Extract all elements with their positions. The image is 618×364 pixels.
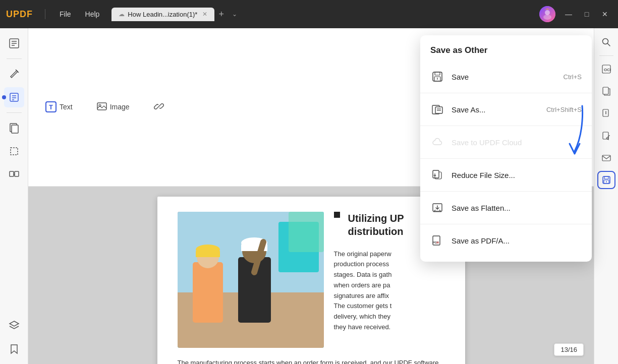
pdf-image: [178, 212, 324, 348]
svg-rect-33: [289, 212, 324, 252]
toolbar-link-button[interactable]: [147, 98, 171, 116]
sidebar-edit-icon[interactable]: [4, 87, 24, 107]
image-icon: [97, 101, 107, 113]
tab-label: How Leadin...ization(1)*: [128, 11, 197, 18]
sidebar-bookmark-icon[interactable]: [4, 339, 24, 359]
sidebar-annotate-icon[interactable]: [4, 64, 24, 84]
save-icon: [430, 70, 444, 84]
save-label: Save: [452, 73, 556, 81]
user-avatar[interactable]: [539, 6, 555, 22]
sidebar-layers-icon[interactable]: [4, 316, 24, 336]
pdf-bottom: The manufacturing process starts when an…: [178, 358, 445, 365]
svg-rect-17: [97, 103, 106, 110]
right-share-icon[interactable]: [597, 127, 615, 145]
sidebar-divider-2: [7, 112, 22, 113]
sidebar-pages-icon[interactable]: [4, 118, 24, 138]
right-save-icon[interactable]: [597, 171, 615, 189]
svg-rect-38: [603, 87, 608, 94]
tab-overflow-button[interactable]: ⌄: [228, 11, 241, 18]
right-divider-1: [599, 55, 613, 56]
nav-file[interactable]: File: [53, 8, 77, 20]
tab-cloud-icon: ☁: [119, 11, 125, 18]
sidebar-combine-icon[interactable]: [4, 164, 24, 185]
active-indicator: [2, 95, 6, 99]
toolbar-image-button[interactable]: Image: [90, 98, 137, 116]
toolbar-text-button[interactable]: T Text: [38, 98, 80, 115]
separator: [45, 9, 45, 19]
svg-rect-41: [603, 132, 608, 139]
svg-rect-15: [10, 171, 14, 176]
left-sidebar: [0, 28, 28, 364]
close-button[interactable]: ✕: [598, 7, 612, 21]
titlebar-nav: File Help: [53, 8, 105, 20]
flatten-icon: [430, 201, 444, 215]
sidebar-crop-icon[interactable]: [4, 141, 24, 161]
save-option-save[interactable]: Save Ctrl+S: [420, 64, 592, 90]
reduce-label: Reduce File Size...: [452, 171, 582, 179]
svg-rect-56: [433, 170, 439, 178]
pdfa-label: Save as PDF/A...: [452, 236, 582, 245]
save-option-reduce[interactable]: Reduce File Size...: [420, 162, 592, 188]
svg-text:/A: /A: [436, 241, 439, 244]
save-divider-4: [420, 191, 592, 192]
bullet: [334, 212, 340, 218]
main-area: T Text Image: [0, 28, 618, 364]
image-label: Image: [110, 103, 130, 111]
svg-point-40: [605, 111, 606, 112]
svg-rect-43: [602, 155, 610, 161]
save-divider-1: [420, 93, 592, 93]
right-ocr-icon[interactable]: OCR: [597, 60, 615, 78]
svg-line-35: [607, 43, 610, 46]
window-controls: — □ ✕: [561, 7, 612, 21]
svg-rect-26: [196, 251, 220, 257]
pdfa-icon: PDF/A: [430, 233, 444, 248]
right-search-icon[interactable]: [597, 33, 615, 51]
minimize-button[interactable]: —: [561, 7, 576, 21]
right-mail-icon[interactable]: [597, 149, 615, 167]
nav-help[interactable]: Help: [79, 8, 106, 20]
svg-line-19: [158, 105, 160, 107]
link-icon: [154, 101, 164, 113]
pdf-heading: Utilizing UPdistribution: [348, 212, 404, 238]
titlebar: UPDF File Help ☁ How Leadin...ization(1)…: [0, 0, 618, 28]
text-label: Text: [60, 103, 73, 111]
save-as-label: Save As...: [452, 105, 539, 114]
svg-rect-49: [435, 72, 440, 75]
pdf-page: Utilizing UPdistribution The original pa…: [157, 197, 465, 365]
svg-point-1: [543, 15, 551, 20]
svg-rect-14: [11, 148, 18, 155]
save-panel-title: Save as Other: [420, 43, 592, 64]
text-icon: T: [45, 101, 57, 112]
save-divider-2: [420, 126, 592, 126]
sidebar-reader-icon[interactable]: [4, 33, 24, 53]
pdf-image-block: Utilizing UPdistribution The original pa…: [178, 212, 445, 348]
svg-point-2: [545, 10, 550, 15]
save-option-pdfa[interactable]: PDF/A Save as PDF/A...: [420, 227, 592, 254]
cloud-label: Save to UPDF Cloud: [452, 138, 582, 147]
svg-text:OCR: OCR: [604, 68, 611, 72]
flatten-label: Save as Flatten...: [452, 204, 582, 212]
save-shortcut: Ctrl+S: [564, 73, 582, 81]
tab-bar: ☁ How Leadin...ization(1)* ✕ + ⌄: [111, 8, 533, 21]
page-counter: 13/16: [554, 343, 584, 356]
save-divider-3: [420, 158, 592, 159]
maximize-button[interactable]: □: [580, 7, 594, 21]
right-export-doc-icon[interactable]: [597, 82, 615, 100]
active-tab[interactable]: ☁ How Leadin...ization(1)* ✕: [111, 8, 214, 21]
save-option-save-as[interactable]: Save As... Ctrl+Shift+S: [420, 96, 592, 123]
new-tab-button[interactable]: +: [214, 9, 228, 20]
app-logo: UPDF: [6, 9, 33, 20]
sidebar-divider-1: [7, 58, 22, 59]
save-panel: Save as Other Save Ctrl+S Save As... Ctr…: [420, 35, 592, 262]
svg-rect-16: [15, 171, 19, 176]
svg-rect-23: [193, 262, 223, 323]
tab-close-button[interactable]: ✕: [202, 11, 207, 18]
save-as-icon: [430, 102, 444, 116]
save-option-cloud: Save to UPDF Cloud: [420, 129, 592, 155]
svg-rect-13: [12, 125, 18, 133]
save-option-flatten[interactable]: Save as Flatten...: [420, 195, 592, 221]
cloud-icon: [430, 135, 444, 149]
save-divider-5: [420, 224, 592, 224]
reduce-icon: [430, 168, 444, 182]
right-secure-icon[interactable]: [597, 104, 615, 123]
